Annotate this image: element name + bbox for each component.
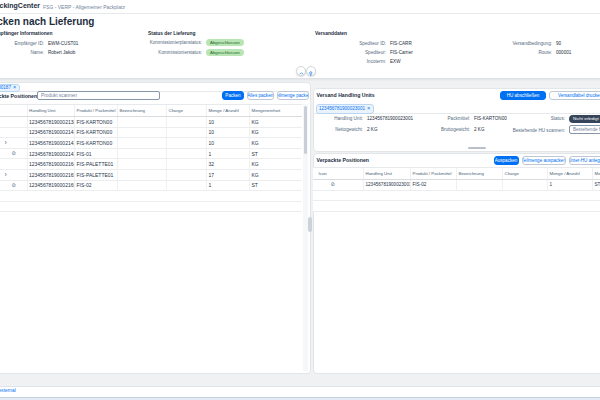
unpack-button[interactable]: Auspacken xyxy=(494,156,519,165)
page-title: Packen nach Lieferung xyxy=(0,16,94,27)
shipping-condition-value: 90 xyxy=(556,41,561,46)
table-row[interactable]: ⊘123456781900021434FIS-011ST xyxy=(0,149,302,160)
handling-unit-icon: ⊘ xyxy=(12,183,17,189)
row-icon-cell: › xyxy=(2,170,27,180)
cell-qty: 17 xyxy=(206,170,249,180)
column-header-blank xyxy=(2,105,27,116)
row-icon-cell xyxy=(2,128,27,138)
recipient-id-label: Empfänger ID: xyxy=(0,41,44,46)
recipient-group-title: Empfänger Informationen xyxy=(0,31,53,36)
cell-batch xyxy=(166,128,206,138)
cell-desc xyxy=(117,149,166,159)
pin-icon xyxy=(308,62,314,80)
cell-qty: 32 xyxy=(206,159,249,169)
pin-header-button[interactable] xyxy=(306,66,316,76)
cell-desc xyxy=(117,117,166,127)
table-header-row: IconHandling UnitProdukt / PackmittelBez… xyxy=(313,167,600,180)
table-header-row: Handling UnitProdukt / PackmittelBezeich… xyxy=(0,104,302,117)
close-icon[interactable]: × xyxy=(13,85,16,91)
collapse-header-button[interactable] xyxy=(296,66,306,76)
carrier-label: Spediteur: xyxy=(306,50,386,55)
close-icon[interactable]: × xyxy=(367,106,370,112)
empty-row xyxy=(313,191,600,202)
incoterm-value: EXW xyxy=(390,59,400,64)
app-window: PackingCenter FSG - VERP - Allgemeiner P… xyxy=(0,0,600,400)
unpacked-table: Handling UnitProdukt / PackmittelBezeich… xyxy=(0,104,302,212)
cell-unit: ST xyxy=(249,149,302,159)
close-hu-button[interactable]: HU abschließen xyxy=(500,91,546,100)
row-icon-cell: ⊘ xyxy=(317,180,363,190)
column-header: Produkt / Packmittel xyxy=(74,105,117,116)
cell-unit: KG xyxy=(249,170,302,180)
delivery-tab[interactable]: 80000187 × xyxy=(0,84,20,93)
packed-table: IconHandling UnitProdukt / PackmittelBez… xyxy=(313,167,600,212)
create-subhu-button[interactable]: Unter-HU anlegen xyxy=(569,156,600,165)
cell-product: FIS-KARTON00 xyxy=(74,138,117,148)
pack-button[interactable]: Packen xyxy=(222,91,244,100)
pickplan-status-label: Kommissionierplanstatus: xyxy=(90,40,202,45)
app-title: PackingCenter xyxy=(0,2,40,9)
scrollbar-thumb[interactable] xyxy=(304,106,307,154)
table-row[interactable]: 123456781900021387FIS-KARTON0010KG xyxy=(0,117,302,128)
column-header: Charge xyxy=(502,168,547,179)
cell-unit: ST xyxy=(249,181,302,191)
row-icon-cell: ⊘ xyxy=(2,149,27,159)
packaging-material-label: Packmittel: xyxy=(418,116,470,121)
column-header: Bezeichnung xyxy=(456,168,502,179)
cell-desc xyxy=(117,181,166,191)
row-icon-cell xyxy=(2,117,27,127)
cell-qty: 10 xyxy=(206,138,249,148)
panel-splitter[interactable] xyxy=(308,217,312,232)
pack-partial-button[interactable]: Teilmenge packen xyxy=(277,91,309,100)
table-row[interactable]: ›123456781900021434FIS-KARTON0010KG xyxy=(0,138,302,149)
route-value: 000001 xyxy=(556,50,571,55)
cell-hu: 123456781900021434 xyxy=(27,138,75,148)
product-scan-input[interactable] xyxy=(37,91,160,100)
column-header: Handling Unit xyxy=(363,168,410,179)
table-row[interactable]: ⊘123456781900023001FIS-021ST xyxy=(313,180,600,191)
table-row[interactable]: 123456781900021646FIS-PALETTE0132KG xyxy=(0,159,302,170)
cell-qty: 10 xyxy=(206,128,249,138)
column-header: Menge / Anzahl xyxy=(547,168,592,179)
cell-batch xyxy=(166,159,206,169)
route-label: Route: xyxy=(460,50,552,55)
page: PackingCenter FSG - VERP - Allgemeiner P… xyxy=(0,0,600,400)
footer-link[interactable]: bdtexternal xyxy=(0,388,16,393)
expand-icon[interactable]: › xyxy=(5,139,7,146)
hu-panel-hscrollbar[interactable] xyxy=(468,147,486,150)
hu-status-label: Status: xyxy=(480,116,565,121)
table-row[interactable]: ⊘123456781900021653FIS-021ST xyxy=(0,181,302,192)
delivery-tab-label: 80000187 xyxy=(0,85,11,90)
unpack-partial-button[interactable]: Teilmenge auspacken xyxy=(522,156,566,165)
handling-unit-icon: ⊘ xyxy=(331,182,336,188)
shell-bar: PackingCenter FSG - VERP - Allgemeiner P… xyxy=(0,0,600,14)
recipient-name-label: Name: xyxy=(0,50,44,55)
column-header: Bezeichnung xyxy=(117,105,166,116)
cell-product: FIS-01 xyxy=(74,149,117,159)
cell-product: FIS-PALETTE01 xyxy=(74,170,117,180)
print-label-button[interactable]: Versandlabel drucken xyxy=(549,91,600,100)
net-weight-value: 2 KG xyxy=(367,127,377,132)
cell-qty: 1 xyxy=(206,149,249,159)
pack-all-button[interactable]: Alles packen xyxy=(247,91,274,100)
scan-existing-hu-input[interactable] xyxy=(569,125,600,134)
cell-qty: 1 xyxy=(547,180,592,190)
packed-panel-title: Verpackte Positionen xyxy=(317,157,369,163)
expand-icon[interactable]: › xyxy=(5,171,7,178)
hu-tab[interactable]: 123456781900023001 × xyxy=(316,104,374,114)
left-table-scrollbar[interactable] xyxy=(303,104,308,371)
pick-status-badge: Abgeschlossen xyxy=(206,49,244,56)
cell-hu: 123456781900021653 xyxy=(27,170,75,180)
table-row[interactable]: ›123456781900021653FIS-PALETTE0117KG xyxy=(0,170,302,181)
cell-product: FIS-02 xyxy=(74,181,117,191)
column-header: Handling Unit xyxy=(27,105,75,116)
column-header: Charge xyxy=(166,105,206,116)
recipient-id-value: EWM-CUST01 xyxy=(48,41,78,46)
cell-unit: KG xyxy=(249,159,302,169)
table-row[interactable]: 123456781900021417FIS-KARTON0010KG xyxy=(0,128,302,139)
cell-product: FIS-02 xyxy=(410,180,456,190)
column-header: Produkt / Packmittel xyxy=(410,168,456,179)
pickplan-status-badge: Abgeschlossen xyxy=(206,39,244,46)
recipient-name-value: Robert Jakob xyxy=(48,50,75,55)
cell-qty: 10 xyxy=(206,117,249,127)
